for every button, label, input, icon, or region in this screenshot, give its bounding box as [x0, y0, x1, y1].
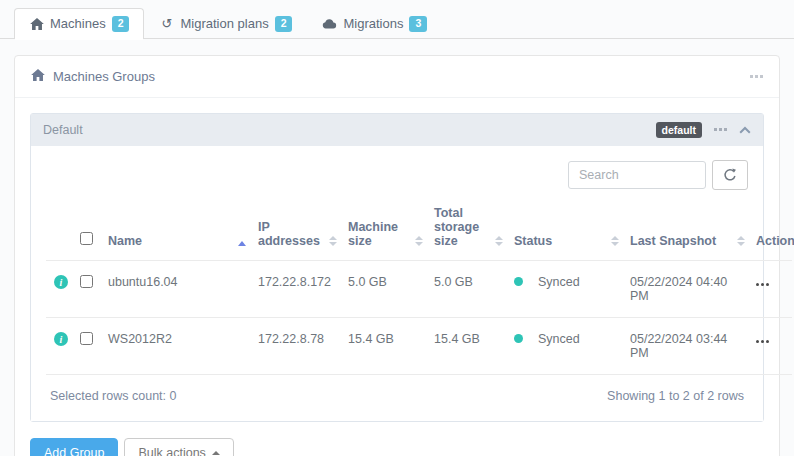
column-header-status[interactable]: Status	[506, 198, 622, 261]
row-actions-ellipsis-icon[interactable]	[756, 278, 769, 286]
column-header-last-snapshot[interactable]: Last Snapshot	[622, 198, 748, 261]
caret-up-icon	[212, 451, 220, 455]
column-header-machine-size[interactable]: Machine size	[340, 198, 426, 261]
add-group-button[interactable]: Add Group	[30, 438, 118, 456]
column-header-name[interactable]: Name	[100, 198, 250, 261]
tab-label: Machines	[50, 16, 106, 31]
group-panel-default: Default default	[30, 113, 764, 422]
cell-name: ubuntu16.04	[100, 260, 250, 317]
select-all-header	[72, 198, 100, 261]
row-actions-ellipsis-icon[interactable]	[756, 335, 769, 343]
sort-icon	[495, 236, 503, 246]
refresh-icon	[723, 168, 737, 182]
table-footer: Selected rows count: 0 Showing 1 to 2 of…	[46, 375, 748, 409]
tab-migrations[interactable]: Migrations 3	[307, 8, 442, 39]
group-header-default[interactable]: Default default	[31, 114, 763, 146]
status-cell: Synced	[514, 332, 614, 346]
sort-icon	[329, 236, 337, 246]
actions-row: Add Group Bulk actions	[30, 438, 764, 456]
search-input[interactable]	[568, 161, 706, 189]
tab-machines[interactable]: Machines 2	[14, 8, 144, 39]
machines-groups-panel: Machines Groups Default default	[14, 55, 780, 456]
status-cell: Synced	[514, 275, 614, 289]
tab-badge: 2	[112, 16, 130, 32]
cell-name: WS2012R2	[100, 317, 250, 374]
status-label: Synced	[538, 332, 580, 346]
machines-table: Name IP addresses Machine size	[46, 198, 792, 375]
tab-badge: 2	[275, 16, 293, 32]
history-icon: ↺	[159, 17, 174, 30]
cell-machine-size: 15.4 GB	[340, 317, 426, 374]
group-menu-ellipsis-icon[interactable]	[714, 128, 727, 131]
info-icon[interactable]: i	[54, 275, 68, 289]
column-header-actions: Actions	[748, 198, 792, 261]
cell-total-storage-size: 15.4 GB	[426, 317, 506, 374]
row-checkbox[interactable]	[80, 275, 93, 288]
tab-bar: Machines 2 ↺ Migration plans 2 Migration…	[0, 0, 794, 39]
cell-machine-size: 5.0 GB	[340, 260, 426, 317]
chevron-up-icon[interactable]	[739, 126, 751, 134]
panel-menu-ellipsis-icon[interactable]	[750, 75, 763, 78]
group-name: Default	[43, 123, 83, 137]
tab-label: Migrations	[343, 16, 403, 31]
info-icon[interactable]: i	[54, 332, 68, 346]
table-row: i ubuntu16.04 172.22.8.172 5.0 GB 5.0 GB…	[46, 260, 792, 317]
home-icon	[29, 17, 44, 30]
cell-total-storage-size: 5.0 GB	[426, 260, 506, 317]
cell-ip: 172.22.8.78	[250, 317, 340, 374]
panel-body: Default default	[15, 98, 779, 456]
status-dot-icon	[514, 277, 523, 286]
cell-last-snapshot: 05/22/2024 04:40 PM	[622, 260, 748, 317]
refresh-button[interactable]	[712, 160, 748, 190]
table-toolbar	[46, 160, 748, 190]
panel-title: Machines Groups	[53, 69, 155, 84]
column-header-ip-addresses[interactable]: IP addresses	[250, 198, 340, 261]
showing-rows-text: Showing 1 to 2 of 2 rows	[607, 389, 744, 403]
table-header-row: Name IP addresses Machine size	[46, 198, 792, 261]
sort-asc-icon	[238, 241, 246, 246]
panel-header: Machines Groups	[15, 56, 779, 98]
status-dot-icon	[514, 334, 523, 343]
group-body: Name IP addresses Machine size	[31, 146, 763, 421]
cloud-icon	[322, 17, 337, 30]
group-default-badge: default	[656, 122, 702, 138]
bulk-actions-button[interactable]: Bulk actions	[124, 438, 233, 456]
table-row: i WS2012R2 172.22.8.78 15.4 GB 15.4 GB S…	[46, 317, 792, 374]
status-label: Synced	[538, 275, 580, 289]
column-header-total-storage-size[interactable]: Total storage size	[426, 198, 506, 261]
row-checkbox[interactable]	[80, 332, 93, 345]
tab-migration-plans[interactable]: ↺ Migration plans 2	[144, 8, 307, 39]
tab-badge: 3	[409, 16, 427, 32]
sort-icon	[415, 236, 423, 246]
cell-last-snapshot: 05/22/2024 03:44 PM	[622, 317, 748, 374]
select-all-checkbox[interactable]	[80, 232, 93, 245]
cell-ip: 172.22.8.172	[250, 260, 340, 317]
sort-icon	[611, 236, 619, 246]
tab-label: Migration plans	[180, 16, 268, 31]
sort-icon	[737, 236, 745, 246]
home-icon	[31, 69, 45, 84]
selected-rows-count: Selected rows count: 0	[50, 389, 176, 403]
info-column-header	[46, 198, 72, 261]
page: Machines 2 ↺ Migration plans 2 Migration…	[0, 0, 794, 456]
